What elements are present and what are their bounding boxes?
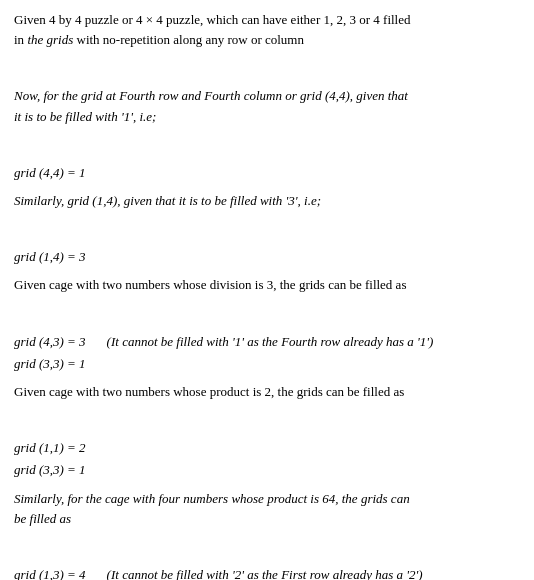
text-line: it is to be filled with '1', i.e; [14,107,520,127]
text-line: in the grids with no-repetition along an… [14,30,520,50]
paragraph-7: Similarly, grid (1,4), given that it is … [14,191,520,211]
text-line: Now, for the grid at Fourth row and Four… [14,86,520,106]
math-expression: grid (4,3) = 3 [14,332,86,352]
spacer [14,304,520,324]
math-expression: grid (3,3) = 1 [14,460,520,480]
math-product-2: grid (1,1) = 2 grid (3,3) = 1 [14,438,520,480]
note-text: (It cannot be filled with '2' as the Fir… [94,565,423,580]
math-row: grid (4,3) = 3 (It cannot be filled with… [14,332,520,354]
paragraph-3: Now, for the grid at Fourth row and Four… [14,86,520,126]
spacer [14,135,520,155]
spacer [14,58,520,78]
main-content: Given 4 by 4 puzzle or 4 × 4 puzzle, whi… [14,10,520,580]
math-expression: grid (3,3) = 1 [14,354,520,374]
paragraph-21: Similarly, for the cage with four number… [14,489,520,529]
note-text: (It cannot be filled with '1' as the Fou… [94,332,434,352]
text-line: be filled as [14,509,520,529]
paragraph-11: Given cage with two numbers whose divisi… [14,275,520,295]
math-grid-43: grid (4,3) = 3 (It cannot be filled with… [14,332,520,374]
text-line: Given cage with two numbers whose divisi… [14,275,520,295]
paragraph-16: Given cage with two numbers whose produc… [14,382,520,402]
math-expression: grid (1,3) = 4 [14,565,86,580]
spacer [14,537,520,557]
math-expression: grid (1,4) = 3 [14,247,520,267]
paragraph-1: Given 4 by 4 puzzle or 4 × 4 puzzle, whi… [14,10,520,50]
math-product-64: grid (1,3) = 4 (It cannot be filled with… [14,565,520,580]
math-expression: grid (1,1) = 2 [14,438,520,458]
spacer [14,219,520,239]
spacer [14,410,520,430]
math-grid-44: grid (4,4) = 1 [14,163,520,183]
math-expression: grid (4,4) = 1 [14,163,520,183]
text-line: Similarly, for the cage with four number… [14,489,520,509]
text-line: Similarly, grid (1,4), given that it is … [14,191,520,211]
text-line: Given cage with two numbers whose produc… [14,382,520,402]
math-row-13: grid (1,3) = 4 (It cannot be filled with… [14,565,520,580]
math-grid-14: grid (1,4) = 3 [14,247,520,267]
text-line: Given 4 by 4 puzzle or 4 × 4 puzzle, whi… [14,10,520,30]
